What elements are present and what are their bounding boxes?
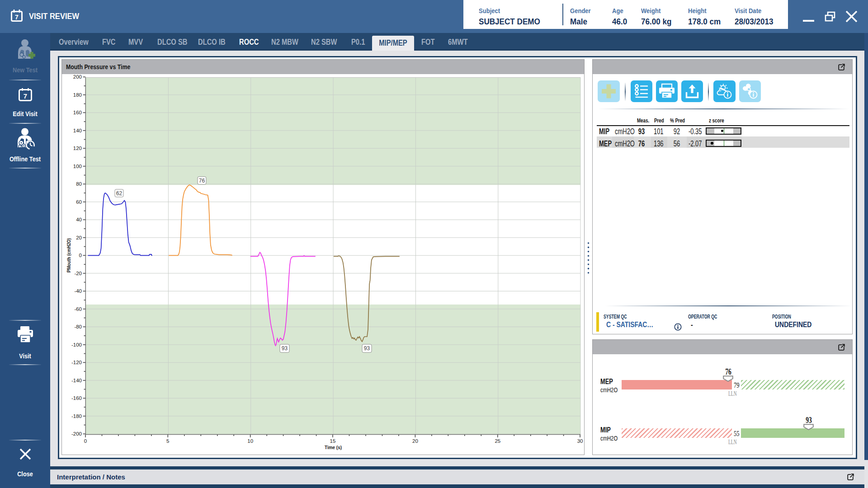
svg-text:-160: -160 [71, 395, 82, 401]
svg-text:-140: -140 [71, 378, 82, 383]
svg-text:10: 10 [247, 438, 253, 444]
svg-text:160: 160 [73, 110, 82, 115]
svg-text:25: 25 [495, 438, 500, 444]
svg-text:60: 60 [76, 199, 82, 205]
svg-text:-100: -100 [71, 342, 82, 347]
svg-text:-80: -80 [74, 324, 82, 329]
svg-text:-20: -20 [74, 271, 82, 276]
svg-text:100: 100 [73, 164, 82, 169]
svg-text:15: 15 [330, 438, 336, 444]
svg-text:-180: -180 [71, 413, 82, 419]
svg-text:-120: -120 [71, 360, 82, 365]
svg-text:93: 93 [282, 345, 288, 352]
svg-text:140: 140 [73, 128, 82, 133]
svg-text:7: 7 [24, 92, 27, 100]
svg-text:20: 20 [76, 235, 82, 240]
svg-text:Time (s): Time (s) [325, 445, 342, 450]
svg-text:40: 40 [76, 217, 82, 222]
svg-text:5: 5 [166, 438, 169, 444]
svg-text:0: 0 [79, 253, 82, 258]
svg-text:93: 93 [364, 345, 370, 352]
svg-text:-60: -60 [74, 306, 82, 312]
svg-text:62: 62 [116, 190, 123, 197]
svg-text:20: 20 [412, 438, 418, 444]
svg-text:80: 80 [76, 181, 82, 187]
svg-text:120: 120 [73, 145, 82, 151]
svg-text:PMouth (cmH2O): PMouth (cmH2O) [66, 238, 71, 272]
svg-text:-200: -200 [71, 431, 82, 436]
svg-text:76: 76 [199, 178, 205, 184]
svg-text:180: 180 [73, 92, 82, 98]
svg-text:30: 30 [577, 438, 583, 444]
svg-text:200: 200 [73, 74, 82, 80]
svg-text:7: 7 [15, 14, 19, 21]
svg-text:0: 0 [84, 438, 87, 444]
svg-text:-40: -40 [74, 288, 82, 294]
